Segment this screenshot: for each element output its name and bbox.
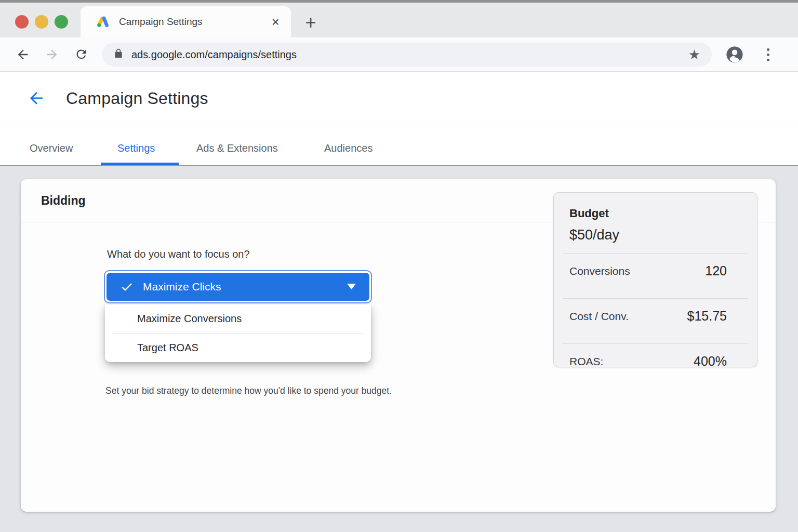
tab-overview[interactable]: Overview xyxy=(30,142,73,154)
browser-menu-kebab-icon[interactable] xyxy=(764,48,772,61)
budget-row-conversions: Conversions 120 xyxy=(554,254,757,288)
chevron-down-icon xyxy=(347,282,356,291)
roas-label: ROAS: xyxy=(569,355,603,368)
bid-strategy-select[interactable]: Maximize Clicks xyxy=(104,270,372,303)
traffic-light-close-icon[interactable] xyxy=(15,15,29,29)
selected-option-label: Maximize Clicks xyxy=(143,281,221,293)
page-back-arrow-icon[interactable] xyxy=(27,89,46,108)
menu-item-target-roas[interactable]: Target ROAS xyxy=(105,334,371,362)
conversions-label: Conversions xyxy=(569,265,630,277)
page-title: Campaign Settings xyxy=(66,89,208,108)
url-text[interactable]: ads.google.com/campaigns/settings xyxy=(131,49,297,61)
budget-amount: $50/day xyxy=(569,227,742,243)
page-header: Campaign Settings xyxy=(0,72,798,125)
traffic-light-zoom-icon[interactable] xyxy=(55,15,68,29)
roas-value: 400% xyxy=(694,354,727,369)
page-content: Bidding What do you want to focus on? Ma… xyxy=(0,166,798,532)
google-ads-logo-icon xyxy=(95,14,111,30)
back-icon[interactable] xyxy=(12,44,33,65)
checkmark-icon xyxy=(120,280,134,294)
budget-row-cost-per-conversion: Cost / Conv. $15.75 xyxy=(554,299,757,334)
reload-icon[interactable] xyxy=(71,44,91,65)
bidding-helper-text: Set your bid strategy to determine how y… xyxy=(105,385,392,396)
budget-title: Budget xyxy=(569,207,742,220)
budget-summary-panel: Budget $50/day Conversions 120 Cost / Co… xyxy=(553,192,757,367)
bidding-card: Bidding What do you want to focus on? Ma… xyxy=(21,179,776,512)
cost-per-conversion-label: Cost / Conv. xyxy=(569,310,629,323)
browser-tab[interactable]: Campaign Settings × xyxy=(81,6,291,37)
menu-item-maximize-conversions[interactable]: Maximize Conversions xyxy=(105,304,371,333)
bid-strategy-menu: Maximize Conversions Target ROAS xyxy=(105,304,371,362)
bidding-question-label: What do you want to focus on? xyxy=(107,248,250,260)
tab-settings[interactable]: Settings xyxy=(117,142,155,154)
tab-strip: Campaign Settings × + xyxy=(0,0,798,37)
profile-avatar-icon[interactable] xyxy=(726,46,743,63)
section-tab-bar: Overview Settings Ads & Extensions Audie… xyxy=(0,125,798,166)
tab-title: Campaign Settings xyxy=(119,16,272,28)
traffic-light-minimize-icon[interactable] xyxy=(35,15,48,29)
window-top-edge xyxy=(0,0,798,3)
tab-audiences[interactable]: Audiences xyxy=(324,142,373,154)
browser-toolbar: ads.google.com/campaigns/settings ★ xyxy=(0,37,798,72)
budget-row-roas: ROAS: 400% xyxy=(554,344,757,379)
conversions-value: 120 xyxy=(705,263,727,278)
bid-strategy-selected-option[interactable]: Maximize Clicks xyxy=(107,273,369,301)
lock-icon xyxy=(113,48,124,61)
active-tab-underline xyxy=(101,163,179,165)
cost-per-conversion-value: $15.75 xyxy=(687,309,727,324)
tab-ads-extensions[interactable]: Ads & Extensions xyxy=(196,142,278,154)
forward-icon[interactable] xyxy=(42,44,62,65)
tab-close-icon[interactable]: × xyxy=(272,15,280,29)
new-tab-button[interactable]: + xyxy=(301,14,320,32)
browser-window: Campaign Settings × + xyxy=(0,0,798,532)
url-bar[interactable]: ads.google.com/campaigns/settings ★ xyxy=(102,43,712,66)
bookmark-star-icon[interactable]: ★ xyxy=(688,48,700,61)
bidding-section-title: Bidding xyxy=(41,194,86,208)
